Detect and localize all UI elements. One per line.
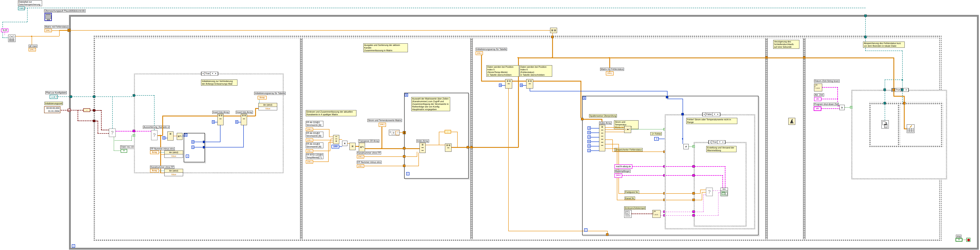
matrix-indicator[interactable]: [DBL] [379, 123, 386, 127]
case-prev-icon[interactable]: ◄ [708, 141, 712, 144]
tunnel[interactable] [892, 89, 895, 91]
tunnel[interactable] [93, 95, 95, 98]
matrix-error-array-control[interactable]: [DBL] [45, 29, 52, 32]
case-selector-terminal[interactable]: ? [692, 145, 695, 148]
wait-metronome-icon[interactable] [788, 118, 795, 125]
tunnel[interactable] [606, 233, 608, 236]
shift-register-left-timestamp[interactable]: ◆ [68, 109, 71, 112]
init-array-control[interactable]: [DBL] [476, 51, 483, 55]
tunnel[interactable] [403, 155, 406, 158]
case-selector-terminal[interactable]: ? [850, 106, 853, 109]
delete-file-icon[interactable]: ◥ [881, 120, 889, 128]
get-datetime-icon[interactable] [624, 210, 632, 218]
constant-5[interactable]: 5 [499, 84, 502, 87]
constant-5[interactable]: 5 [212, 120, 215, 123]
loop-condition-terminal[interactable] [966, 238, 970, 242]
multiply-icon[interactable]: x [342, 141, 347, 146]
case-selector-value[interactable]: True [205, 72, 210, 75]
insert-into-array-icon[interactable]: ⊞ ⊞▪▪▪ [217, 114, 224, 125]
constant-6[interactable]: 6 [520, 84, 523, 87]
mail-server-constant[interactable]: mail.fh-albsig.de [614, 165, 632, 169]
format-message-subvi-icon[interactable]: ? [706, 188, 713, 196]
property-node[interactable]: Arr (strict) Value [164, 169, 183, 176]
channel-terminal[interactable]: [DBL] [306, 149, 313, 153]
file-reread-boolean[interactable]: TF [121, 149, 127, 153]
tunnel[interactable] [403, 147, 406, 149]
send-mail-vi-icon[interactable]: MAIL [721, 188, 728, 196]
all-rows-array-indicator[interactable]: [DBL] [29, 48, 36, 51]
datetime-string-icon[interactable]: 1/89#?; 10:21 [814, 84, 822, 91]
monitor-vi-icon[interactable] [45, 13, 52, 21]
tunnel[interactable] [666, 96, 668, 98]
tunnel[interactable] [203, 141, 205, 143]
case-dropdown-icon[interactable]: ▼ ► [718, 141, 725, 144]
case-selector-value[interactable]: False [706, 113, 713, 116]
in-range-icon[interactable]: ◇ ◆ ? [624, 126, 631, 133]
greater-equal-icon[interactable]: ≥ [839, 105, 845, 110]
feedback-node-icon[interactable]: ← [445, 130, 451, 134]
case-selector-error[interactable]: ◄ False ▼ ► [702, 112, 721, 116]
channel-terminal[interactable]: [DBL] [306, 128, 313, 131]
case-selector-terminal[interactable]: ? [133, 134, 135, 137]
tunnel[interactable] [883, 102, 886, 104]
case-prev-icon[interactable]: ◄ [702, 113, 706, 116]
case-selector-init[interactable]: ◄ True ▼ ► [201, 72, 218, 76]
replace-array-subset-icon[interactable]: ⊞ ⊞▪▪▪ [526, 79, 533, 89]
tunnel[interactable] [864, 14, 867, 17]
constant-1[interactable]: 1 [191, 146, 194, 149]
tunnel[interactable] [581, 118, 583, 120]
write-table-to-file-icon[interactable] [907, 124, 915, 133]
replace-array-subset-icon[interactable]: ⊞ ⊞▪▪▪ [445, 144, 452, 152]
compare-subvi-icon[interactable]: ? [109, 128, 116, 137]
format-string-constant[interactable]: %.3f [1, 28, 8, 32]
property-node[interactable]: Arr (strict) Value [258, 103, 277, 110]
case-prev-icon[interactable]: ◄ [201, 72, 205, 75]
index-array-icon[interactable]: ⊞▪▪▪▪▪▪▪▪▪▪▪▪▪▪▪▪▪▪ [599, 125, 605, 151]
replace-array-subset-icon[interactable]: ⊞ ⊞▪▪▪ [505, 79, 512, 89]
build-table-icon[interactable] [8, 35, 16, 42]
tunnel[interactable] [903, 102, 905, 104]
shift-register-left-orange[interactable]: ◆ [68, 29, 71, 32]
index-array-icon[interactable]: ⊞ [167, 131, 173, 141]
constant[interactable]: 5 [587, 131, 591, 134]
build-matrix-icon[interactable]: ⊞ [350, 143, 356, 150]
tunnel[interactable] [692, 192, 695, 195]
insert-into-array-icon[interactable]: ⊞ ⊞▪▪▪ [241, 114, 247, 125]
path-control-icon[interactable]: ▸ [18, 7, 25, 10]
tunnel[interactable] [864, 36, 867, 38]
not-equal-icon[interactable]: ≠ [683, 144, 689, 149]
fp-array-control[interactable]: [DBL] [357, 165, 364, 168]
tunnel[interactable] [133, 130, 135, 132]
tunnel[interactable] [551, 36, 554, 38]
constant-neg1[interactable]: -1 [654, 137, 659, 141]
tunnel[interactable] [93, 109, 95, 112]
tunnel[interactable] [692, 214, 695, 217]
case-selector-mail[interactable]: ◄ True ▼ ► [708, 140, 725, 144]
tunnel[interactable] [901, 89, 904, 91]
case-selector-value[interactable]: True [712, 141, 718, 144]
tunnel[interactable] [93, 120, 95, 122]
kanal-array-control[interactable]: [DBL] [357, 155, 364, 158]
matrix-local-variable[interactable]: [DBL] [606, 71, 614, 76]
array-reference[interactable]: Array [258, 96, 267, 100]
constant[interactable]: 1 [587, 149, 591, 152]
property-node[interactable]: Arr (strict) Value [164, 150, 183, 158]
tunnel[interactable] [467, 146, 469, 149]
channel-terminal[interactable]: [DBL] [306, 138, 313, 142]
array-index-display[interactable]: ▲▼ 0 0 [389, 130, 399, 135]
case-dropdown-icon[interactable]: ▼ ► [713, 113, 720, 116]
constant-0[interactable]: 0 [191, 140, 194, 144]
stop-boolean-control[interactable]: TF [956, 238, 963, 242]
tunnel[interactable] [681, 113, 684, 116]
tunnel[interactable] [692, 199, 695, 201]
datetime-string-icon[interactable]: 1/89#?; 10:21 [652, 210, 660, 218]
init-time-constant[interactable]: 00:00:00,000 01.01.2004 [44, 106, 60, 113]
channel-terminal[interactable]: [DBL] [306, 160, 313, 163]
constant[interactable]: 2 [587, 135, 591, 139]
akt-zeit-indicator[interactable]: abc [814, 97, 821, 101]
tunnel[interactable] [692, 165, 695, 168]
shutdown-string-control[interactable]: abc [814, 106, 821, 111]
build-array-icon[interactable]: ▪▪▪▪▪▪⊞ [333, 135, 339, 144]
transpose-2d-array-icon[interactable]: ⊞↷ [359, 143, 365, 152]
config-path-control[interactable]: ▸ [49, 95, 58, 99]
